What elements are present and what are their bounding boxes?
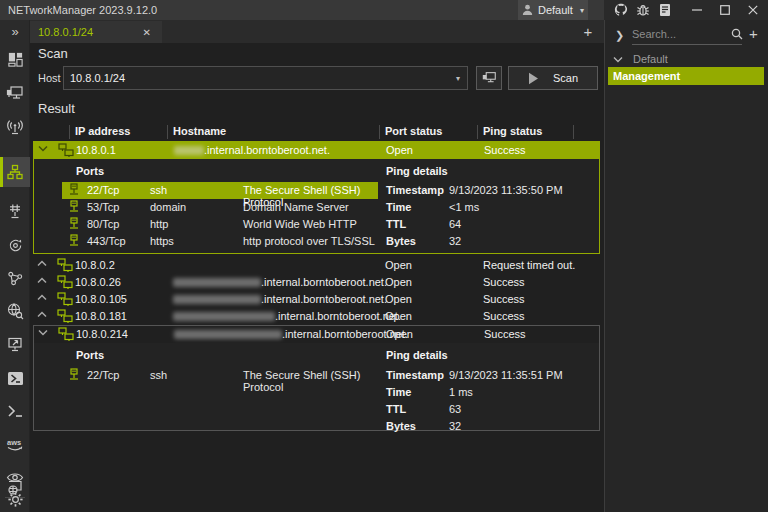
port-row[interactable]: 22/Tcp ssh The Secure Shell (SSH) Protoc… <box>62 367 378 384</box>
chevron-up-icon[interactable] <box>37 260 47 267</box>
aws-icon: aws <box>5 437 25 452</box>
computers-icon <box>57 309 73 324</box>
host-input[interactable] <box>64 72 449 84</box>
sidebar-expand-icon[interactable]: » <box>0 22 30 42</box>
title-bar: NETworkManager 2023.9.12.0 Default ▾ <box>0 0 604 20</box>
sidebar-item-traceroute[interactable] <box>0 263 30 293</box>
minimize-button[interactable] <box>683 0 711 20</box>
table-row[interactable]: 10.8.0.1 .internal.borntoberoot.net. Ope… <box>34 142 599 159</box>
search-icon[interactable] <box>731 28 743 40</box>
add-tab-button[interactable]: + <box>578 22 598 42</box>
sidebar-item-wifi[interactable] <box>0 112 30 142</box>
row-ping-status: Success <box>483 310 525 322</box>
maximize-button[interactable] <box>711 0 739 20</box>
table-row[interactable]: 10.8.0.26 .internal.borntoberoot.net. Op… <box>33 274 599 291</box>
tab-label: 10.8.0.1/24 <box>38 26 93 38</box>
tab-close-icon[interactable]: ✕ <box>140 26 154 39</box>
port-row[interactable]: 22/Tcp ssh The Secure Shell (SSH) Protoc… <box>62 182 378 199</box>
sidebar-item-network-interface[interactable] <box>0 78 30 108</box>
panel-header <box>604 0 768 20</box>
chevron-up-icon[interactable] <box>37 277 47 284</box>
sidebar-item-remote-desktop[interactable] <box>0 329 30 359</box>
ping-bytes-label: Bytes <box>386 420 416 432</box>
column-separator[interactable] <box>573 125 574 139</box>
svg-text:aws: aws <box>7 438 21 447</box>
column-separator[interactable] <box>379 125 380 139</box>
sidebar-item-putty[interactable] <box>0 396 30 426</box>
sidebar-item-aws[interactable]: aws <box>0 429 30 459</box>
port-number: 53/Tcp <box>87 201 119 213</box>
profile-item-management[interactable]: Management <box>608 67 764 85</box>
scan-button[interactable]: Scan <box>508 66 598 90</box>
table-row[interactable]: 10.8.0.181 .internal.borntoberoot.net. O… <box>33 308 599 325</box>
chevron-down-icon: ▾ <box>580 6 584 15</box>
gear-icon <box>7 491 24 508</box>
ping-ttl-label: TTL <box>386 403 406 415</box>
panel-collapse-icon[interactable]: ❯ <box>615 29 624 42</box>
chevron-up-icon[interactable] <box>37 311 47 318</box>
row-hostname: .internal.borntoberoot.net. <box>174 328 408 340</box>
detect-profile-button[interactable] <box>476 66 502 90</box>
port-service: http <box>150 218 168 230</box>
sidebar-item-powershell[interactable] <box>0 363 30 393</box>
sidebar-item-ip-scanner[interactable] <box>0 157 30 187</box>
column-separator[interactable] <box>477 125 478 139</box>
row-port-status: Open <box>385 310 412 322</box>
ping-timestamp-value: 9/13/2023 11:35:50 PM <box>449 184 563 196</box>
chevron-down-icon[interactable] <box>38 145 48 152</box>
scan-section-label: Scan <box>38 46 68 61</box>
powershell-icon <box>7 371 24 386</box>
dashboard-icon <box>7 51 24 68</box>
port-number: 22/Tcp <box>87 369 119 381</box>
sidebar-item-dns-lookup[interactable] <box>0 296 30 326</box>
row-hostname: .internal.borntoberoot.net. <box>174 144 330 156</box>
network-interface-icon <box>482 71 497 85</box>
table-row[interactable]: 10.8.0.105 .internal.borntoberoot.net. O… <box>33 291 599 308</box>
computers-icon <box>58 327 74 342</box>
row-ip: 10.8.0.1 <box>76 144 116 156</box>
window-title: NETworkManager 2023.9.12.0 <box>8 4 157 16</box>
ping-bytes-value: 32 <box>449 235 461 247</box>
port-row[interactable]: 53/Tcp domain Domain Name Server <box>62 199 378 216</box>
table-row[interactable]: 10.8.0.2 Open Request timed out. <box>33 257 599 274</box>
column-separator[interactable] <box>69 125 70 139</box>
sidebar-item-port-scanner[interactable] <box>0 196 30 226</box>
table-row[interactable]: 10.8.0.214 .internal.borntoberoot.net. O… <box>34 326 599 343</box>
profiles-panel: ❯ + Default Management <box>604 20 768 512</box>
port-row[interactable]: 443/Tcp https http protocol over TLS/SSL <box>62 233 378 250</box>
chevron-up-icon[interactable] <box>37 294 47 301</box>
ping-time-label: Time <box>386 201 411 213</box>
column-ip-address[interactable]: IP address <box>75 125 130 137</box>
github-icon[interactable] <box>612 2 630 18</box>
column-hostname[interactable]: Hostname <box>173 125 226 137</box>
bug-icon[interactable] <box>634 2 652 18</box>
tab-ip-scan[interactable]: 10.8.0.1/24 ✕ <box>30 21 162 43</box>
chevron-down-icon[interactable] <box>38 329 48 336</box>
sidebar-item-ping-monitor[interactable] <box>0 230 30 260</box>
ports-header: Ports <box>76 165 104 177</box>
documentation-icon[interactable] <box>656 2 674 18</box>
close-button[interactable] <box>739 0 767 20</box>
column-ping-status[interactable]: Ping status <box>483 125 542 137</box>
ping-details-header: Ping details <box>386 349 448 361</box>
remote-desktop-icon <box>6 336 24 353</box>
add-profile-button[interactable]: + <box>749 25 758 42</box>
profile-dropdown[interactable]: Default ▾ <box>518 0 588 20</box>
port-scanner-icon <box>6 203 24 220</box>
port-description: http protocol over TLS/SSL <box>243 235 375 247</box>
profile-group-default[interactable]: Default <box>613 53 668 65</box>
port-row[interactable]: 80/Tcp http World Wide Web HTTP <box>62 216 378 233</box>
row-details: Ports Ping details 22/Tcp ssh The Secure… <box>34 343 599 430</box>
sidebar-item-settings[interactable] <box>0 484 30 512</box>
row-ping-status: Success <box>483 276 525 288</box>
sidebar-item-dashboard[interactable] <box>0 44 30 74</box>
column-separator[interactable] <box>167 125 168 139</box>
ping-bytes-label: Bytes <box>386 235 416 247</box>
search-input[interactable] <box>632 23 742 45</box>
person-icon <box>522 4 533 16</box>
host-combobox[interactable]: ▾ <box>63 66 468 90</box>
port-icon <box>68 183 80 197</box>
chevron-down-icon[interactable]: ▾ <box>449 74 467 83</box>
scan-button-label: Scan <box>553 72 578 84</box>
column-port-status[interactable]: Port status <box>385 125 442 137</box>
